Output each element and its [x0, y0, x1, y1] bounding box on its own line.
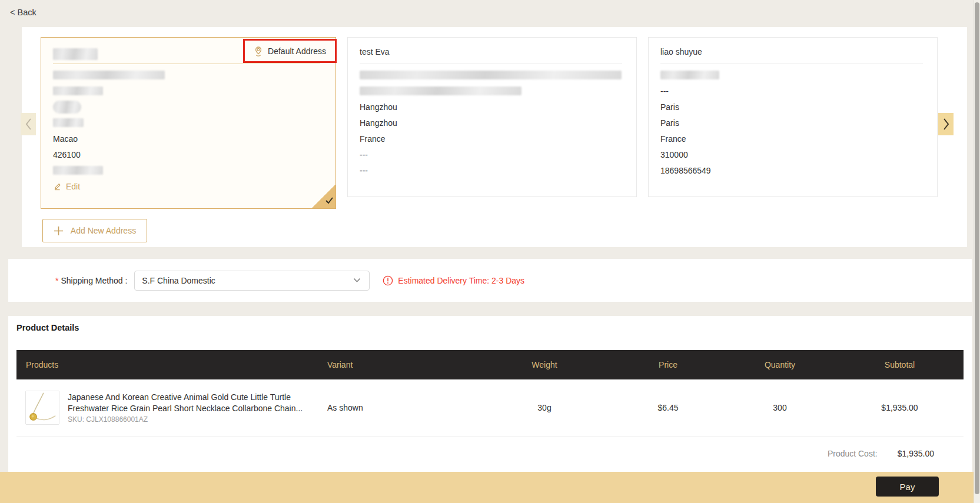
redacted-address-line	[360, 86, 521, 95]
redacted-address-line	[53, 71, 165, 79]
chevron-left-icon	[25, 118, 32, 131]
required-marker: *	[55, 276, 58, 285]
address-country: France	[660, 131, 923, 146]
shipping-method-panel: *Shipping Method : S.F China Domestic Es…	[8, 259, 972, 302]
product-name[interactable]: Japanese And Korean Creative Animal Gold…	[68, 392, 318, 414]
address-card-header: test Eva	[348, 38, 636, 64]
estimated-delivery-note: Estimated Delivery Time: 2-3 Days	[383, 275, 524, 286]
address-state: Macao	[53, 131, 321, 146]
shipping-method-value: S.F China Domestic	[142, 276, 215, 285]
product-sku: SKU: CJLX108866001AZ	[68, 415, 318, 424]
product-cost-summary: Product Cost: $1,935.00	[16, 437, 964, 471]
product-quantity: 300	[724, 403, 836, 412]
divider	[360, 64, 622, 64]
address-phone: ---	[360, 162, 622, 178]
address-zip: 310000	[660, 146, 923, 162]
address-card-header: liao shuyue	[649, 38, 937, 64]
product-subtotal: $1,935.00	[836, 403, 964, 412]
add-new-address-label: Add New Address	[71, 226, 136, 235]
default-address-annotation-box: Default Address	[243, 39, 337, 63]
column-header-products: Products	[16, 360, 318, 369]
address-zip: 426100	[53, 146, 321, 162]
column-header-weight: Weight	[477, 360, 612, 369]
address-zip: ---	[360, 146, 622, 162]
edit-address-button[interactable]: Edit	[53, 178, 321, 194]
column-header-subtotal: Subtotal	[836, 360, 964, 369]
address-phone: 18698566549	[660, 162, 923, 178]
address-card-body: Hangzhou Hangzhou France --- ---	[348, 64, 636, 178]
chevron-down-icon	[353, 278, 361, 283]
location-pin-icon	[254, 46, 263, 56]
checkout-footer-bar: Pay	[0, 472, 974, 503]
address-card[interactable]: test Eva Hangzhou Hangzhou France --- --…	[347, 37, 637, 197]
redacted-address-line	[360, 71, 622, 79]
address-selection-panel: Default Address Macao 426100 Edit	[22, 27, 967, 247]
estimated-delivery-text: Estimated Delivery Time: 2-3 Days	[398, 276, 524, 285]
address-card-default[interactable]: Default Address Macao 426100 Edit	[41, 37, 336, 209]
edit-pencil-icon	[53, 182, 62, 191]
scrollbar-thumb[interactable]	[975, 2, 979, 494]
address-street2: ---	[660, 83, 923, 99]
address-card[interactable]: liao shuyue --- Paris Paris France 31000…	[648, 37, 938, 197]
product-table-row: Japanese And Korean Creative Animal Gold…	[16, 379, 964, 437]
redacted-phone	[53, 166, 103, 175]
scrollbar-track[interactable]	[974, 0, 980, 503]
redacted-address-line	[53, 101, 81, 114]
product-table: Products Variant Weight Price Quantity S…	[16, 350, 964, 471]
pay-button[interactable]: Pay	[876, 477, 939, 497]
product-weight: 30g	[477, 403, 612, 412]
product-details-title: Product Details	[16, 323, 79, 332]
shipping-method-select[interactable]: S.F China Domestic	[134, 271, 370, 291]
product-details-panel: Product Details Products Variant Weight …	[8, 316, 972, 472]
chevron-right-icon	[942, 118, 950, 131]
divider	[53, 64, 320, 64]
product-variant: As shown	[318, 403, 477, 412]
product-price: $6.45	[612, 403, 724, 412]
product-cost-value: $1,935.00	[898, 449, 934, 458]
address-city: Paris	[660, 99, 923, 115]
divider	[660, 64, 923, 64]
address-province: Hangzhou	[360, 115, 622, 131]
address-card-body: --- Paris Paris France 310000 1869856654…	[649, 64, 937, 178]
product-info: Japanese And Korean Creative Animal Gold…	[68, 392, 318, 424]
address-name: liao shuyue	[660, 47, 702, 56]
carousel-right-button[interactable]	[938, 113, 954, 135]
redacted-address-line	[660, 71, 719, 79]
edit-label: Edit	[66, 182, 80, 191]
address-city: Hangzhou	[360, 99, 622, 115]
plus-icon	[54, 226, 64, 236]
back-link[interactable]: < Back	[10, 8, 36, 17]
redacted-address-line	[53, 118, 84, 127]
warning-icon	[383, 275, 393, 286]
selected-corner-badge	[312, 185, 335, 208]
carousel-left-button[interactable]	[21, 113, 36, 135]
address-card-header: Default Address	[41, 38, 335, 64]
redacted-name	[53, 48, 98, 60]
address-province: Paris	[660, 115, 923, 131]
column-header-variant: Variant	[318, 360, 477, 369]
address-country: France	[360, 131, 622, 146]
default-address-label: Default Address	[268, 46, 326, 56]
product-cost-label: Product Cost:	[828, 449, 878, 458]
address-card-body: Macao 426100 Edit	[41, 64, 335, 194]
redacted-address-line	[53, 86, 103, 95]
add-new-address-button[interactable]: Add New Address	[42, 219, 147, 242]
product-table-header: Products Variant Weight Price Quantity S…	[16, 350, 964, 379]
product-thumbnail[interactable]	[25, 391, 59, 425]
address-name: test Eva	[360, 47, 390, 56]
column-header-price: Price	[612, 360, 724, 369]
column-header-quantity: Quantity	[724, 360, 836, 369]
check-icon	[325, 196, 334, 204]
shipping-method-label: *Shipping Method :	[55, 276, 127, 285]
